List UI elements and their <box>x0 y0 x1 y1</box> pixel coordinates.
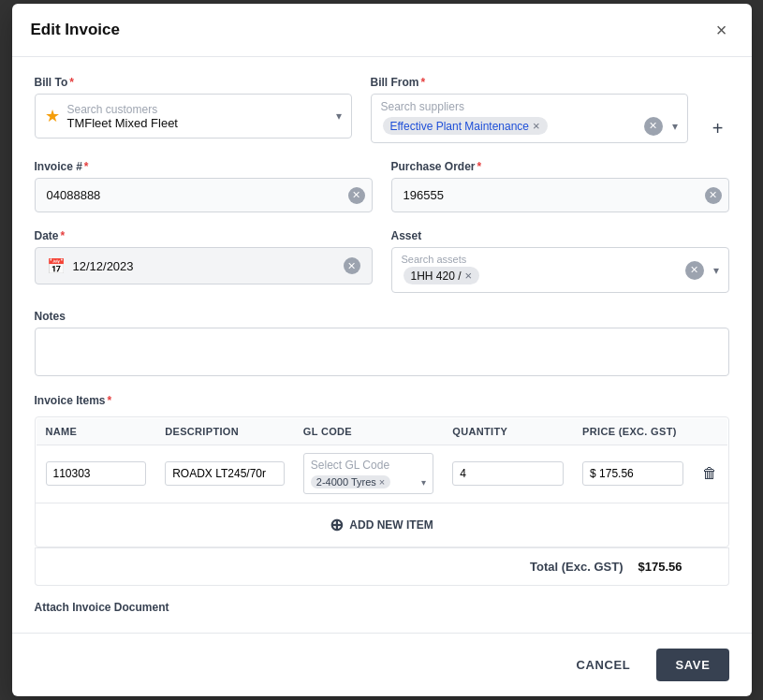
supplier-tag-close[interactable]: × <box>533 119 540 133</box>
close-button[interactable]: × <box>711 19 733 41</box>
bill-to-placeholder: Search customers <box>67 103 330 116</box>
bill-to-value: TMFleet Mixed Fleet <box>67 116 178 130</box>
asset-placeholder: Search assets <box>402 254 682 265</box>
gl-tag: 2-4000 Tyres × <box>311 475 390 489</box>
add-item-label: ADD NEW ITEM <box>349 518 433 532</box>
bill-from-field[interactable]: Search suppliers Effective Plant Mainten… <box>371 94 688 143</box>
attach-label: Attach Invoice Document <box>35 601 169 614</box>
asset-field[interactable]: Search assets 1HH 420 / × ✕ ▾ <box>391 247 729 293</box>
invoice-po-row: Invoice #* ✕ Purchase Order* <box>35 160 729 212</box>
item-quantity-cell <box>443 445 573 503</box>
purchase-order-group: Purchase Order* ✕ <box>391 160 729 212</box>
modal-title: Edit Invoice <box>31 21 120 39</box>
bill-to-group: Bill To* ★ Search customers TMFleet Mixe… <box>35 76 352 143</box>
invoice-number-input[interactable] <box>35 178 373 212</box>
notes-label: Notes <box>35 310 729 323</box>
item-gl-code-cell: Select GL Code 2-4000 Tyres × ▾ <box>294 445 444 503</box>
total-label: Total (Exc. GST) <box>530 560 623 574</box>
col-name: NAME <box>36 418 155 445</box>
gl-code-select[interactable]: Select GL Code 2-4000 Tyres × ▾ <box>303 453 434 494</box>
item-description-cell <box>155 445 294 503</box>
invoice-number-label: Invoice #* <box>35 160 373 173</box>
asset-label: Asset <box>391 229 729 242</box>
add-new-item-button[interactable]: ⊕ ADD NEW ITEM <box>36 503 728 547</box>
invoice-number-clear[interactable]: ✕ <box>348 187 365 204</box>
total-value: $175.56 <box>638 560 713 574</box>
bill-from-clear[interactable]: ✕ <box>644 117 663 136</box>
asset-tag: 1HH 420 / × <box>404 267 480 284</box>
col-gl-code: GL CODE <box>294 418 444 445</box>
date-asset-row: Date* 📅 12/12/2023 ✕ Asset <box>35 229 729 293</box>
notes-input[interactable] <box>35 328 729 376</box>
purchase-order-label: Purchase Order* <box>391 160 729 173</box>
col-description: DESCRIPTION <box>155 418 294 445</box>
gl-placeholder: Select GL Code <box>311 459 389 472</box>
bill-from-label: Bill From* <box>371 76 688 89</box>
modal-header: Edit Invoice × <box>12 4 752 57</box>
bill-to-field[interactable]: ★ Search customers TMFleet Mixed Fleet ▾ <box>35 94 352 139</box>
bill-from-placeholder: Search suppliers <box>381 100 678 113</box>
item-delete-cell: 🗑 <box>693 445 727 503</box>
gl-tag-close[interactable]: × <box>379 476 385 488</box>
date-label: Date* <box>35 229 373 242</box>
delete-item-button[interactable]: 🗑 <box>702 465 717 482</box>
bill-row: Bill To* ★ Search customers TMFleet Mixe… <box>35 76 729 143</box>
modal-footer: CANCEL SAVE <box>12 633 752 696</box>
date-field[interactable]: 📅 12/12/2023 ✕ <box>35 247 373 284</box>
date-group: Date* 📅 12/12/2023 ✕ <box>35 229 373 293</box>
asset-chevron: ▾ <box>713 264 719 277</box>
star-icon: ★ <box>45 106 60 126</box>
item-price-input[interactable] <box>582 461 683 486</box>
invoice-items-section: Invoice Items* NAME DESCRIPTION GL CODE … <box>35 394 729 586</box>
date-value: 12/12/2023 <box>73 259 344 273</box>
date-clear[interactable]: ✕ <box>344 257 360 274</box>
total-row: Total (Exc. GST) $175.56 <box>36 547 728 585</box>
bill-from-chevron: ▾ <box>672 120 678 133</box>
add-supplier-button[interactable]: + <box>707 117 729 139</box>
item-description-input[interactable] <box>165 461 285 486</box>
modal-body: Bill To* ★ Search customers TMFleet Mixe… <box>12 57 752 633</box>
calendar-icon: 📅 <box>47 257 66 275</box>
table-row: Select GL Code 2-4000 Tyres × ▾ <box>36 445 727 503</box>
total-section: Total (Exc. GST) $175.56 <box>35 547 729 586</box>
table-header-row: NAME DESCRIPTION GL CODE QUANTITY PRICE … <box>36 418 727 445</box>
edit-invoice-modal: Edit Invoice × Bill To* ★ Search custome… <box>12 4 752 696</box>
item-price-cell <box>573 445 693 503</box>
bill-from-group: Bill From* Search suppliers Effective Pl… <box>371 76 688 143</box>
attach-section: Attach Invoice Document <box>35 601 729 614</box>
item-quantity-input[interactable] <box>452 461 564 486</box>
asset-clear[interactable]: ✕ <box>685 261 704 280</box>
add-item-plus-icon: ⊕ <box>330 515 344 535</box>
item-name-input[interactable] <box>46 461 147 486</box>
modal-overlay: Edit Invoice × Bill To* ★ Search custome… <box>0 0 763 700</box>
bill-to-chevron: ▾ <box>336 109 342 123</box>
purchase-order-clear[interactable]: ✕ <box>705 187 722 204</box>
invoice-table-wrapper: NAME DESCRIPTION GL CODE QUANTITY PRICE … <box>35 416 729 547</box>
asset-group: Asset Search assets 1HH 420 / × ✕ ▾ <box>391 229 729 293</box>
invoice-number-group: Invoice #* ✕ <box>35 160 373 212</box>
cancel-button[interactable]: CANCEL <box>561 650 645 679</box>
supplier-tag: Effective Plant Maintenance × <box>383 117 548 135</box>
col-actions <box>693 418 727 445</box>
asset-tag-close[interactable]: × <box>465 269 473 283</box>
gl-chevron: ▾ <box>421 477 426 488</box>
purchase-order-input[interactable] <box>391 178 729 212</box>
col-price: PRICE (EXC. GST) <box>573 418 693 445</box>
item-name-cell <box>36 445 155 503</box>
notes-group: Notes <box>35 310 729 379</box>
col-quantity: QUANTITY <box>443 418 573 445</box>
invoice-table: NAME DESCRIPTION GL CODE QUANTITY PRICE … <box>36 417 728 503</box>
save-button[interactable]: SAVE <box>656 649 728 681</box>
bill-to-label: Bill To* <box>35 76 352 89</box>
invoice-items-label: Invoice Items* <box>35 394 729 407</box>
